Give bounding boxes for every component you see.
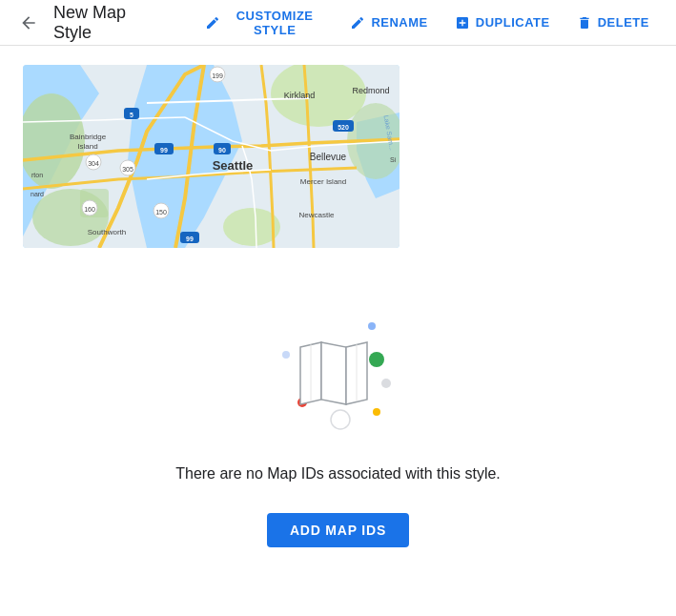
svg-text:90: 90 xyxy=(218,147,226,154)
svg-point-44 xyxy=(369,352,384,367)
arrow-left-icon xyxy=(19,13,38,32)
empty-state: There are no Map IDs associated with thi… xyxy=(23,278,653,585)
svg-point-49 xyxy=(282,351,290,359)
svg-point-45 xyxy=(381,379,391,388)
svg-text:304: 304 xyxy=(88,160,99,167)
svg-point-47 xyxy=(331,410,350,429)
svg-text:150: 150 xyxy=(155,209,167,216)
svg-text:Kirkland: Kirkland xyxy=(284,91,316,100)
svg-text:rton: rton xyxy=(31,172,43,178)
empty-message: There are no Map IDs associated with thi… xyxy=(175,465,501,483)
svg-text:Island: Island xyxy=(77,142,97,151)
illustration-svg xyxy=(262,298,415,450)
svg-point-43 xyxy=(368,322,376,330)
delete-button[interactable]: DELETE xyxy=(565,10,661,36)
main-content: 5 90 520 99 99 160 305 150 199 304 Bainb… xyxy=(0,46,676,605)
svg-text:Seattle: Seattle xyxy=(213,158,254,173)
add-map-ids-button[interactable]: ADD MAP IDS xyxy=(267,513,409,547)
map-preview: 5 90 520 99 99 160 305 150 199 304 Bainb… xyxy=(23,65,399,248)
svg-text:Si: Si xyxy=(390,156,397,163)
svg-text:nard: nard xyxy=(31,191,44,197)
duplicate-button[interactable]: DUPLICATE xyxy=(443,10,562,36)
svg-text:Mercer Island: Mercer Island xyxy=(300,177,346,186)
page-title: New Map Style xyxy=(53,3,163,43)
duplicate-label: DUPLICATE xyxy=(476,15,550,30)
svg-text:99: 99 xyxy=(186,236,194,242)
svg-text:160: 160 xyxy=(84,206,95,213)
svg-text:5: 5 xyxy=(130,112,133,118)
duplicate-icon xyxy=(455,15,470,31)
svg-text:Bellevue: Bellevue xyxy=(310,152,347,162)
svg-text:520: 520 xyxy=(338,124,349,131)
rename-button[interactable]: RENAME xyxy=(338,10,439,36)
back-button[interactable] xyxy=(15,10,42,36)
svg-text:305: 305 xyxy=(122,166,133,173)
svg-point-48 xyxy=(373,408,380,416)
svg-text:199: 199 xyxy=(212,72,223,79)
rename-icon xyxy=(350,15,365,31)
trash-icon xyxy=(577,15,592,31)
delete-label: DELETE xyxy=(598,15,649,30)
svg-text:Southworth: Southworth xyxy=(88,228,126,236)
map-illustration xyxy=(262,298,415,450)
customize-style-label: CUSTOMIZE STYLE xyxy=(226,9,324,37)
map-preview-svg: 5 90 520 99 99 160 305 150 199 304 Bainb… xyxy=(23,65,399,248)
customize-style-button[interactable]: CUSTOMIZE STYLE xyxy=(194,3,336,43)
svg-text:Bainbridge: Bainbridge xyxy=(70,133,107,141)
svg-text:99: 99 xyxy=(160,147,168,154)
header: New Map Style CUSTOMIZE STYLE RENAME xyxy=(0,0,676,46)
rename-label: RENAME xyxy=(371,15,427,30)
svg-text:Newcastle: Newcastle xyxy=(299,211,335,219)
svg-text:Redmond: Redmond xyxy=(352,86,389,95)
customize-style-icon xyxy=(205,15,220,31)
header-actions: CUSTOMIZE STYLE RENAME DUPLICATE xyxy=(194,3,661,43)
